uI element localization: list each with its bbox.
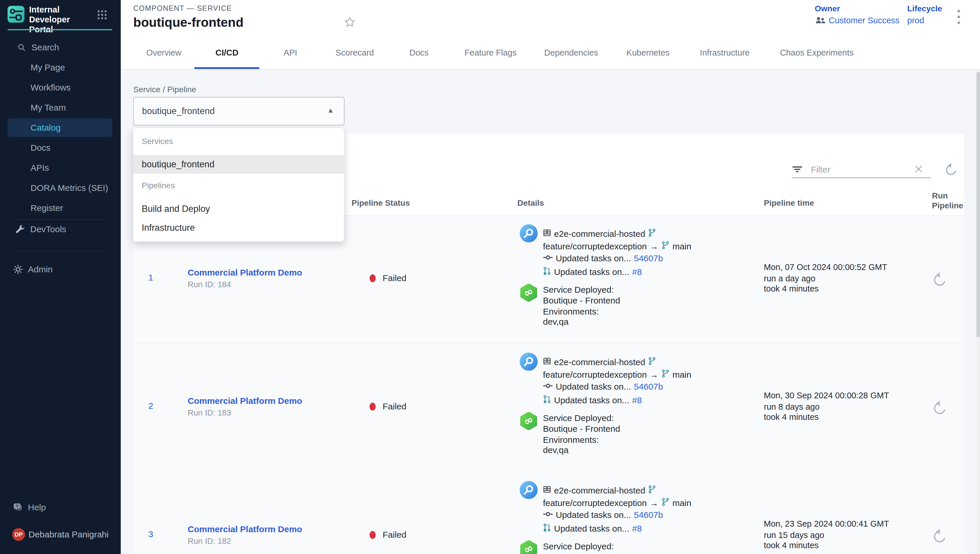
sidebar-item-dora-metrics[interactable]: DORA Metrics (SEI) (0, 180, 121, 196)
pr-link[interactable]: #8 (632, 524, 642, 533)
clear-filter-icon[interactable] (913, 164, 924, 176)
column-header-pipeline-status: Pipeline Status (352, 199, 410, 208)
rerun-pipeline-button[interactable] (932, 527, 948, 544)
pull-request-icon (543, 523, 551, 534)
git-branch-icon (648, 357, 656, 368)
git-branch-icon (661, 498, 670, 508)
repo-icon (543, 486, 551, 495)
pipeline-time-date: Mon, 30 Sep 2024 00:00:28 GMT (764, 391, 889, 400)
user-menu[interactable]: Debabrata Panigrahi (0, 526, 121, 543)
source-branch: feature/corruptedexception (543, 242, 647, 252)
sidebar-item-admin[interactable]: Admin (0, 261, 121, 278)
rerun-pipeline-button[interactable] (932, 271, 948, 287)
tab-infrastructure[interactable]: Infrastructure (700, 48, 750, 57)
pull-request-icon (543, 266, 551, 277)
pipeline-link[interactable]: Commercial Platform Demo (188, 524, 302, 534)
tab-docs[interactable]: Docs (409, 48, 429, 57)
pipeline-link[interactable]: Commercial Platform Demo (188, 396, 302, 406)
commit-icon (543, 382, 553, 392)
commit-icon (543, 253, 553, 263)
rerun-pipeline-button[interactable] (932, 399, 948, 416)
scrollbar-thumb[interactable] (977, 72, 980, 337)
commit-message: Updated tasks on... (556, 510, 631, 520)
pipeline-time-took: took 4 minutes (764, 541, 819, 550)
sidebar-item-my-page[interactable]: My Page (0, 59, 121, 76)
sidebar-item-register[interactable]: Register (0, 200, 121, 216)
dropdown-option-infrastructure[interactable]: Infrastructure (133, 218, 344, 237)
scrollbar[interactable] (977, 69, 980, 554)
refresh-icon[interactable] (944, 162, 958, 177)
cd-module-icon: ∞ (520, 284, 538, 303)
help-chat-icon: ? (13, 502, 23, 513)
service-pipeline-select[interactable]: boutique_frontend ▲ (133, 97, 345, 126)
commit-message: Updated tasks on... (556, 253, 631, 263)
tab-cicd[interactable]: CI/CD (216, 48, 239, 57)
sidebar-item-workflows[interactable]: Workflows (0, 80, 121, 96)
tab-scorecard[interactable]: Scorecard (336, 48, 374, 57)
commit-link[interactable]: 54607b (634, 253, 663, 263)
search-icon (18, 43, 25, 51)
arrow-glyph: → (650, 370, 659, 380)
pull-request-icon (543, 395, 551, 406)
svg-text:?: ? (16, 504, 18, 509)
column-header-details: Details (517, 199, 544, 208)
sidebar-item-label: Admin (28, 264, 52, 274)
column-header-pipeline-time: Pipeline time (764, 199, 814, 208)
sidebar-item-help[interactable]: ? Help (0, 499, 121, 516)
repo-line: e2e-commercial-hosted (543, 228, 656, 239)
app-logo-icon[interactable] (8, 6, 24, 23)
pipeline-time-date: Mon, 07 Oct 2024 00:00:52 GMT (764, 263, 887, 272)
app-root: Internal Developer Portal Search My Page… (0, 0, 980, 554)
status-text: Failed (383, 401, 406, 411)
breadcrumb: COMPONENT — SERVICE (133, 4, 232, 13)
sidebar-item-docs[interactable]: Docs (0, 140, 121, 156)
sidebar: Internal Developer Portal Search My Page… (0, 0, 121, 554)
sidebar-item-label: Workflows (30, 83, 71, 92)
wrench-icon (15, 224, 25, 234)
branch-line: feature/corruptedexception → main (543, 498, 691, 508)
sidebar-item-my-team[interactable]: My Team (0, 100, 121, 116)
owner-link[interactable]: Customer Success (829, 16, 899, 25)
dropdown-option-boutique-frontend[interactable]: boutique_frontend (133, 155, 344, 174)
arrow-glyph: → (650, 242, 659, 252)
tab-api[interactable]: API (284, 48, 298, 57)
ci-module-icon (520, 481, 538, 500)
commit-link[interactable]: 54607b (634, 510, 663, 520)
service-deployed-label: Service Deployed: (543, 413, 614, 423)
pr-link[interactable]: #8 (632, 267, 642, 277)
tab-chaos-experiments[interactable]: Chaos Experiments (780, 48, 853, 57)
tab-dependencies[interactable]: Dependencies (544, 48, 598, 57)
pipeline-link[interactable]: Commercial Platform Demo (188, 268, 302, 278)
dropdown-option-build-and-deploy[interactable]: Build and Deploy (133, 200, 344, 218)
commit-line: Updated tasks on... 54607b (543, 382, 663, 392)
gear-icon (13, 264, 23, 275)
dropdown-option-label: Build and Deploy (142, 204, 210, 214)
tab-kubernetes[interactable]: Kubernetes (627, 48, 670, 57)
sidebar-item-devtools[interactable]: DevTools (0, 221, 121, 237)
pr-link[interactable]: #8 (632, 395, 642, 405)
sidebar-item-search[interactable]: Search (0, 39, 121, 56)
git-branch-icon (661, 241, 670, 252)
lifecycle-label: Lifecycle (907, 4, 942, 13)
pr-message: Updated tasks on... (554, 524, 629, 533)
kebab-menu-icon[interactable] (957, 8, 961, 28)
branch-line: feature/corruptedexception → main (543, 241, 691, 252)
tab-feature-flags[interactable]: Feature Flags (465, 48, 517, 57)
service-deployed-label: Service Deployed: (543, 541, 614, 551)
tab-overview[interactable]: Overview (146, 48, 181, 57)
filter-input[interactable] (810, 163, 908, 176)
failed-status-dot (369, 403, 375, 411)
apps-grid-icon[interactable] (97, 10, 107, 20)
sidebar-item-label: Catalog (30, 123, 60, 133)
commit-link[interactable]: 54607b (634, 382, 663, 392)
sidebar-item-catalog[interactable]: Catalog (8, 118, 112, 137)
table-body: 1 Commercial Platform Demo Run ID: 184 F… (133, 216, 964, 554)
favorite-star-icon[interactable] (344, 16, 356, 30)
environments-value: dev,qa (543, 445, 569, 455)
select-value: boutique_frontend (142, 106, 215, 116)
pipeline-time-ago: run a day ago (764, 274, 815, 283)
commit-line: Updated tasks on... 54607b (543, 510, 663, 520)
sidebar-item-apis[interactable]: APIs (0, 160, 121, 176)
sidebar-accent-divider (8, 29, 112, 30)
branch-line: feature/corruptedexception → main (543, 369, 691, 380)
